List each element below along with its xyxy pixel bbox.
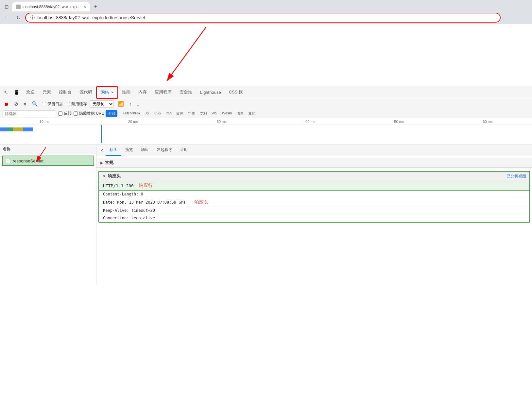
network-request-item[interactable]: 📄 responseServlet [2,156,94,166]
general-section-title: 常规 [105,160,113,166]
mark-60ms: 60 ms [443,120,532,125]
tab-welcome[interactable]: 欢迎 [22,87,39,98]
tab-performance[interactable]: 性能 [118,87,134,98]
tab-security[interactable]: 安全性 [176,87,196,98]
timeline-area: 10 ms 20 ms 30 ms 40 ms 50 ms 60 ms [0,118,532,144]
response-headers-arrow: ▼ [102,174,106,178]
mark-30ms: 30 ms [177,120,266,125]
http-version-status: HTTP/1.1 200 [103,183,134,188]
throttle-select[interactable]: 无限制 快速 3G 慢速 3G [90,100,114,108]
filter-media[interactable]: 媒体 [174,110,185,117]
address-text: localhost:8888/day02_war_exploded/respon… [37,15,145,20]
filter-document[interactable]: 文档 [198,110,209,117]
timeline-ruler: 10 ms 20 ms 30 ms 40 ms 50 ms 60 ms [0,118,532,125]
record-button[interactable]: ⏺ [3,101,10,108]
analyzed-view-link[interactable]: 已分析视图 [506,174,526,179]
new-tab-button[interactable]: + [91,2,100,11]
header-connection: Connection: keep-alive [99,214,529,222]
tab-console[interactable]: 控制台 [55,87,76,98]
http-status-line: HTTP/1.1 200 响应行 [99,181,529,191]
response-header-lines: Content-Length: 0 Date: Mon, 13 Mar 2023… [99,191,529,222]
invert-checkbox[interactable] [58,111,62,116]
preserve-log-checkbox[interactable] [42,102,46,106]
filter-js[interactable]: JS [143,110,151,117]
tab-lighthouse[interactable]: Lighthouse [196,87,225,98]
hide-data-url-label[interactable]: 隐藏数据 URL [74,111,104,116]
arrow-annotation [0,24,532,86]
filter-other[interactable]: 其他 [246,110,257,117]
clear-button[interactable]: ⊘ [13,100,20,108]
invert-label[interactable]: 反转 [58,111,72,116]
response-headers-section: ▼ 响应头 已分析视图 HTTP/1.1 200 响应行 Content-Len… [98,171,530,223]
info-icon: ⓘ [30,15,35,21]
file-icon: 📄 [5,158,11,163]
mark-50ms: 50 ms [355,120,443,125]
detail-tab-initiator[interactable]: 发起程序 [153,144,176,156]
tab-sources[interactable]: 源代码 [76,87,96,98]
filter-manifest[interactable]: 清单 [234,110,246,117]
devtools-panel: ↖ 📱 欢迎 元素 控制台 源代码 网络 × 性能 内存 应用程序 安全性 Li… [0,86,532,285]
disable-cache-checkbox[interactable] [66,102,70,106]
general-section-header[interactable]: ▶ 常规 [96,158,532,168]
mobile-icon[interactable]: 📱 [11,88,22,97]
timeline-bar-orange [13,127,23,131]
response-headers-annotation: 响应头 [195,199,208,205]
filter-img[interactable]: Img [164,110,174,117]
tab-favicon [16,5,21,9]
disable-cache-label[interactable]: 禁用缓存 [66,101,87,107]
filter-ws[interactable]: WS [210,110,219,117]
network-toolbar: ⏺ ⊘ ≡ 🔍 保留日志 禁用缓存 无限制 快速 3G 慢速 3G 📶 ↑ ↓ [0,99,532,109]
filter-toggle-button[interactable]: ≡ [22,101,28,108]
search-button[interactable]: 🔍 [30,100,39,108]
hide-data-url-checkbox[interactable] [74,111,78,116]
tab-network[interactable]: 网络 × [96,86,118,99]
tab-title: localhost:8888/day02_war_explo... [23,5,81,9]
detail-tab-response[interactable]: 响应 [137,144,153,156]
filter-font[interactable]: 字体 [186,110,197,117]
browser-tab[interactable]: localhost:8888/day02_war_explo... × [12,2,90,11]
tab-memory[interactable]: 内存 [134,87,151,98]
main-panel: 名称 📄 responseServlet [0,144,532,285]
filter-wasm[interactable]: Wasm [220,110,234,117]
left-panel: 名称 📄 responseServlet [0,144,96,285]
filter-types: Fetch/XHR JS CSS Img 媒体 字体 文档 WS Wasm 清单… [121,110,257,117]
svg-line-0 [167,27,206,81]
cursor-icon[interactable]: ↖ [1,88,11,97]
filter-fetch-xhr[interactable]: Fetch/XHR [121,110,142,117]
tab-css[interactable]: CSS 模 [225,87,247,98]
response-headers-section-header[interactable]: ▼ 响应头 已分析视图 [99,172,529,181]
filter-all-button[interactable]: 全部 [106,110,117,117]
header-content-length: Content-Length: 0 [99,191,529,198]
response-headers-title: 响应头 [108,173,121,179]
requests-column-header: 名称 [0,144,96,154]
address-bar[interactable]: ⓘ localhost:8888/day02_war_exploded/resp… [25,13,501,23]
tab-close-button[interactable]: × [83,4,86,9]
refresh-button[interactable]: ↻ [14,14,23,22]
upload-icon[interactable]: ↑ [128,101,133,108]
devtools-tab-bar: ↖ 📱 欢迎 元素 控制台 源代码 网络 × 性能 内存 应用程序 安全性 Li… [0,86,532,99]
filter-input[interactable] [3,110,56,117]
back-button[interactable]: ← [3,14,12,21]
right-panel: × 标头 预览 响应 发起程序 计时 ▶ 常规 [96,144,532,285]
wifi-icon[interactable]: 📶 [116,100,125,108]
timeline-vline [101,125,102,143]
detail-tab-timing[interactable]: 计时 [176,144,192,156]
network-tab-close[interactable]: × [111,90,113,95]
download-icon[interactable]: ↓ [135,101,141,108]
tab-elements[interactable]: 元素 [39,87,55,98]
general-section: ▶ 常规 [96,156,532,170]
detail-tab-preview[interactable]: 预览 [121,144,137,156]
mark-10ms: 10 ms [0,120,89,125]
detail-close-button[interactable]: × [98,146,106,155]
filter-row: 反转 隐藏数据 URL 全部 Fetch/XHR JS CSS Img 媒体 字… [0,109,532,118]
tab-application[interactable]: 应用程序 [151,87,176,98]
general-expand-arrow: ▶ [100,161,103,165]
detail-tab-headers[interactable]: 标头 [106,144,121,156]
request-name: responseServlet [13,159,43,163]
detail-tab-bar: × 标头 预览 响应 发起程序 计时 [96,144,532,156]
response-line-annotation: 响应行 [139,183,153,189]
filter-css[interactable]: CSS [152,110,163,117]
preserve-log-label[interactable]: 保留日志 [42,101,63,107]
sidebar-toggle-icon[interactable]: ⊟ [3,3,11,11]
header-date: Date: Mon, 13 Mar 2023 07:08:59 GMT 响应头 [99,198,529,207]
